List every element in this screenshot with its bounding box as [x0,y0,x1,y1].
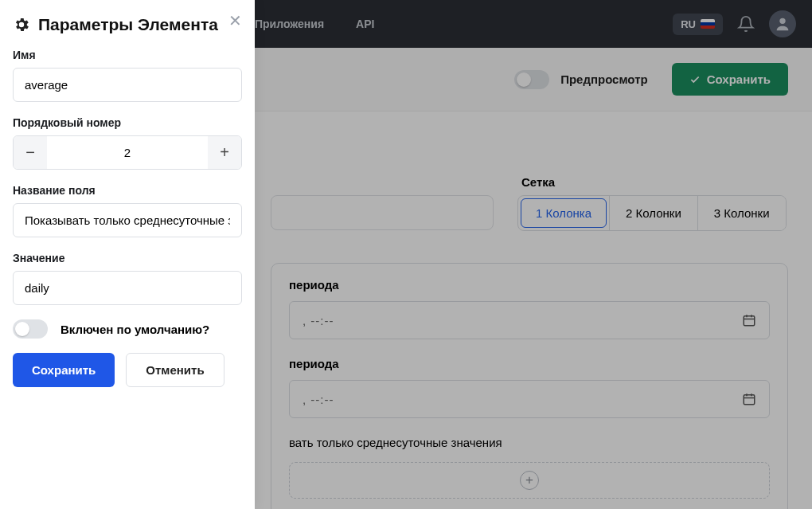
drawer-title: Параметры Элемента [38,14,218,34]
order-increment[interactable]: + [208,136,241,169]
name-input[interactable] [13,68,242,102]
drawer-save-button[interactable]: Сохранить [13,353,115,387]
gear-icon [13,16,30,33]
drawer-close-icon[interactable]: ✕ [228,13,242,29]
order-input[interactable] [47,136,208,169]
fieldname-field-label: Название поля [13,184,242,197]
order-stepper: − + [13,135,242,170]
order-field-label: Порядковый номер [13,116,242,129]
settings-drawer: Параметры Элемента ✕ Имя Порядковый номе… [0,0,255,509]
fieldname-input[interactable] [13,203,242,237]
order-decrement[interactable]: − [14,136,47,169]
name-field-label: Имя [13,49,242,61]
default-on-label: Включен по умолчанию? [61,323,209,336]
value-input[interactable] [13,271,242,305]
value-field-label: Значение [13,252,242,264]
drawer-cancel-button[interactable]: Отменить [126,353,224,387]
default-on-toggle[interactable] [13,319,48,339]
